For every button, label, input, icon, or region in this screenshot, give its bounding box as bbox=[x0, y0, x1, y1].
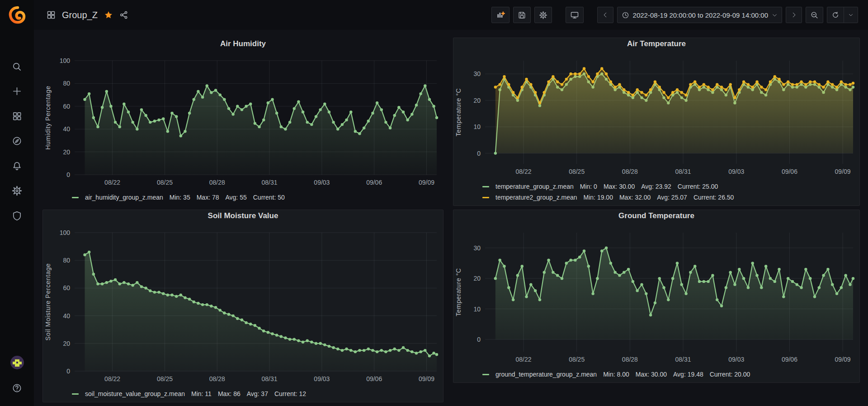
data-point[interactable] bbox=[166, 294, 169, 296]
data-point[interactable] bbox=[114, 278, 117, 281]
data-point[interactable] bbox=[613, 271, 616, 273]
data-point[interactable] bbox=[415, 352, 418, 354]
data-point[interactable] bbox=[769, 277, 772, 280]
data-point[interactable] bbox=[529, 283, 532, 286]
data-point[interactable] bbox=[140, 285, 143, 288]
data-point[interactable] bbox=[574, 258, 576, 261]
data-point[interactable] bbox=[716, 83, 718, 86]
sidebar-item-explore[interactable] bbox=[0, 131, 34, 151]
data-point[interactable] bbox=[521, 265, 524, 267]
data-point[interactable] bbox=[345, 348, 348, 350]
data-point[interactable] bbox=[435, 353, 438, 356]
data-point[interactable] bbox=[415, 104, 418, 106]
data-point[interactable] bbox=[662, 91, 665, 94]
data-point[interactable] bbox=[521, 86, 524, 88]
data-point[interactable] bbox=[83, 98, 86, 100]
data-point[interactable] bbox=[428, 98, 431, 100]
data-point[interactable] bbox=[636, 88, 639, 91]
legend-series-color-dash[interactable] bbox=[72, 197, 79, 198]
data-point[interactable] bbox=[380, 108, 383, 111]
data-point[interactable] bbox=[658, 86, 661, 88]
data-point[interactable] bbox=[591, 292, 594, 295]
data-point[interactable] bbox=[751, 262, 754, 264]
data-point[interactable] bbox=[831, 83, 834, 86]
data-point[interactable] bbox=[302, 110, 304, 113]
data-point[interactable] bbox=[306, 339, 308, 342]
data-point[interactable] bbox=[319, 342, 321, 345]
data-point[interactable] bbox=[618, 83, 621, 86]
data-point[interactable] bbox=[578, 256, 581, 258]
data-point[interactable] bbox=[809, 81, 811, 83]
data-point[interactable] bbox=[105, 281, 108, 284]
data-point[interactable] bbox=[162, 117, 165, 120]
data-point[interactable] bbox=[166, 130, 169, 133]
data-point[interactable] bbox=[667, 96, 670, 99]
data-point[interactable] bbox=[503, 75, 505, 78]
refresh-interval-dropdown[interactable] bbox=[844, 7, 858, 23]
data-point[interactable] bbox=[640, 91, 643, 94]
data-point[interactable] bbox=[498, 258, 501, 261]
data-point[interactable] bbox=[796, 83, 798, 86]
data-point[interactable] bbox=[188, 112, 191, 115]
data-point[interactable] bbox=[676, 88, 679, 91]
data-point[interactable] bbox=[645, 94, 647, 96]
data-point[interactable] bbox=[707, 280, 709, 283]
data-point[interactable] bbox=[188, 298, 191, 301]
data-point[interactable] bbox=[341, 349, 344, 352]
data-point[interactable] bbox=[787, 81, 789, 83]
data-point[interactable] bbox=[358, 132, 361, 135]
dashboard-title-group[interactable]: Group_Z bbox=[47, 10, 128, 20]
data-point[interactable] bbox=[565, 262, 568, 264]
data-point[interactable] bbox=[367, 348, 370, 350]
data-point[interactable] bbox=[284, 336, 287, 339]
time-range-picker[interactable]: 2022-08-19 20:00:00 to 2022-09-09 14:00:… bbox=[617, 7, 782, 23]
data-point[interactable] bbox=[516, 274, 519, 277]
data-point[interactable] bbox=[804, 83, 807, 86]
data-point[interactable] bbox=[288, 121, 291, 124]
data-point[interactable] bbox=[197, 302, 199, 305]
data-point[interactable] bbox=[529, 83, 532, 86]
data-point[interactable] bbox=[363, 349, 365, 352]
data-point[interactable] bbox=[561, 83, 563, 86]
data-point[interactable] bbox=[632, 280, 634, 283]
data-point[interactable] bbox=[201, 96, 204, 98]
data-point[interactable] bbox=[600, 249, 603, 252]
data-point[interactable] bbox=[640, 283, 643, 286]
data-point[interactable] bbox=[689, 83, 692, 86]
data-point[interactable] bbox=[596, 72, 599, 75]
data-point[interactable] bbox=[153, 291, 156, 293]
data-point[interactable] bbox=[267, 101, 269, 104]
data-point[interactable] bbox=[525, 295, 528, 298]
sidebar-item-help[interactable] bbox=[0, 378, 34, 398]
data-point[interactable] bbox=[236, 317, 239, 320]
data-point[interactable] bbox=[538, 101, 541, 104]
data-point[interactable] bbox=[698, 280, 701, 283]
data-point[interactable] bbox=[297, 339, 300, 342]
data-point[interactable] bbox=[623, 271, 625, 273]
data-point[interactable] bbox=[711, 274, 714, 277]
data-point[interactable] bbox=[193, 98, 195, 100]
data-point[interactable] bbox=[231, 113, 234, 115]
refresh-button[interactable] bbox=[827, 7, 844, 23]
data-point[interactable] bbox=[424, 84, 426, 87]
sidebar-item-app-plugin[interactable] bbox=[0, 353, 34, 373]
data-point[interactable] bbox=[676, 262, 679, 264]
data-point[interactable] bbox=[764, 265, 767, 267]
data-point[interactable] bbox=[123, 103, 125, 105]
data-point[interactable] bbox=[332, 346, 335, 349]
data-point[interactable] bbox=[131, 284, 134, 287]
data-point[interactable] bbox=[175, 295, 178, 298]
data-point[interactable] bbox=[184, 130, 186, 133]
data-point[interactable] bbox=[547, 81, 550, 83]
data-point[interactable] bbox=[742, 277, 745, 280]
data-point[interactable] bbox=[791, 280, 794, 283]
data-point[interactable] bbox=[371, 349, 374, 352]
data-point[interactable] bbox=[96, 282, 99, 285]
data-point[interactable] bbox=[498, 83, 501, 86]
data-point[interactable] bbox=[83, 253, 86, 256]
data-point[interactable] bbox=[349, 349, 352, 352]
data-point[interactable] bbox=[587, 265, 590, 267]
data-point[interactable] bbox=[293, 338, 296, 340]
data-point[interactable] bbox=[280, 335, 283, 338]
save-dashboard-button[interactable] bbox=[513, 7, 531, 23]
